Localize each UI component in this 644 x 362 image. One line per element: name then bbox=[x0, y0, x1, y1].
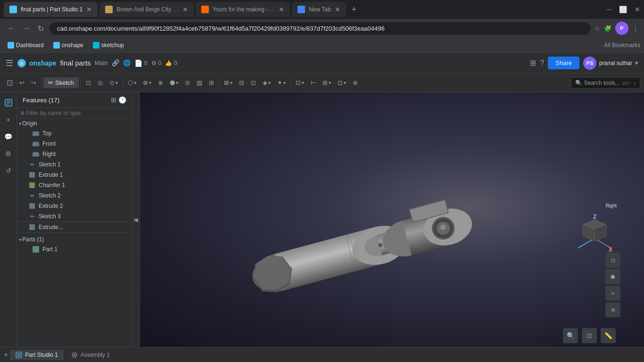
extrude-btn[interactable]: ⬡▾ bbox=[125, 77, 139, 88]
tab-final-parts[interactable]: final parts | Part Studio 1 ✕ bbox=[4, 2, 98, 17]
feature-sketch3[interactable]: ✏ Sketch 3 bbox=[17, 211, 132, 222]
panel-clock-icon[interactable]: 🕐 bbox=[118, 96, 126, 104]
zoom-icon[interactable]: 🔍 bbox=[563, 328, 578, 343]
star-icon[interactable]: ☆ bbox=[594, 25, 600, 32]
feature-sketch1[interactable]: ✏ Sketch 1 bbox=[17, 159, 132, 170]
share-button[interactable]: Share bbox=[548, 57, 579, 69]
feature-front[interactable]: Front bbox=[17, 139, 132, 149]
fillet-btn[interactable]: ⊙▾ bbox=[107, 77, 121, 88]
feature-part1[interactable]: Part 1 bbox=[17, 244, 132, 255]
ruler-icon[interactable]: 📏 bbox=[601, 328, 616, 343]
feature-right[interactable]: Right bbox=[17, 149, 132, 159]
comment-icon[interactable]: 💬 bbox=[2, 130, 15, 143]
nav-cube[interactable]: Z X Right bbox=[569, 201, 620, 253]
section-view-button[interactable]: ⬣ bbox=[605, 269, 620, 284]
target-btn[interactable]: ⊕ bbox=[350, 77, 361, 88]
panel-grid-icon[interactable]: ⊞ bbox=[111, 96, 116, 104]
link-icon[interactable]: 🔗 bbox=[112, 59, 119, 66]
search-tools[interactable]: 🔍 Search tools... alt/~ c bbox=[571, 77, 640, 89]
toolbar-left-panel-toggle[interactable]: ⊡ bbox=[4, 76, 16, 89]
close-button[interactable]: ✕ bbox=[635, 6, 640, 13]
section-icon[interactable]: ⊡ bbox=[582, 328, 597, 343]
sketch-button[interactable]: ✏ Sketch bbox=[43, 77, 79, 88]
bookmarks-all-label[interactable]: All Bookmarks bbox=[604, 42, 640, 49]
tab-part-studio-1[interactable]: Part Studio 1 bbox=[10, 350, 63, 360]
assembly-icon[interactable]: ⚙ bbox=[2, 147, 15, 160]
bookmark-onshape[interactable]: onshape bbox=[50, 40, 87, 50]
tab-yours[interactable]: Yours for the making - Instruct... ✕ bbox=[196, 2, 290, 17]
bookmark-dashboard[interactable]: Dashboard bbox=[4, 40, 48, 50]
tab-close-2[interactable]: ✕ bbox=[182, 6, 188, 13]
tab-brown[interactable]: Brown And Beige City Tour Tra... ✕ bbox=[99, 2, 194, 17]
tab-close-1[interactable]: ✕ bbox=[86, 6, 92, 13]
grid-icon[interactable]: ⊞ bbox=[530, 58, 536, 67]
pending-count: ⚙ 0 bbox=[151, 60, 162, 66]
hamburger-menu[interactable]: ☰ bbox=[6, 58, 13, 68]
forward-button[interactable]: → bbox=[21, 22, 32, 34]
named-views-btn[interactable]: ⊢ bbox=[308, 77, 319, 88]
tab-assembly-1[interactable]: Assembly 1 bbox=[66, 350, 116, 360]
filter-input[interactable] bbox=[26, 110, 128, 116]
boolean-btn[interactable]: ▧ bbox=[194, 77, 205, 88]
more-btn[interactable]: ⊡▾ bbox=[335, 77, 349, 88]
loft-btn[interactable]: ⊕ bbox=[155, 77, 166, 88]
feature-chamfer1[interactable]: Chamfer 1 bbox=[17, 180, 132, 190]
construct-btn[interactable]: ⊡ bbox=[83, 77, 94, 88]
layout-btn[interactable]: ⊞▾ bbox=[320, 77, 334, 88]
revolve-btn[interactable]: ⊗▾ bbox=[140, 77, 154, 88]
bookmark-favicon-dashboard bbox=[8, 42, 14, 49]
add-tab-button[interactable]: + bbox=[4, 351, 8, 359]
bookmark-sketchup[interactable]: sketchup bbox=[89, 40, 128, 50]
shell-btn[interactable]: ◎ bbox=[95, 77, 106, 88]
filter-row: ≡ bbox=[17, 108, 132, 119]
feature-extrude3[interactable]: Extrude... bbox=[17, 222, 132, 232]
extensions-icon[interactable]: 🧩 bbox=[604, 25, 611, 32]
features-icon[interactable] bbox=[2, 96, 15, 109]
surface-btn[interactable]: ⬣▾ bbox=[167, 77, 181, 88]
feature-extrude2[interactable]: Extrude 2 bbox=[17, 201, 132, 211]
parts-group-header[interactable]: ▾ Parts (1) bbox=[17, 235, 132, 244]
collapse-handle[interactable]: ◀ ☰ bbox=[132, 92, 140, 347]
tab-close-4[interactable]: ✕ bbox=[335, 6, 340, 13]
tab-close-3[interactable]: ✕ bbox=[279, 6, 284, 13]
reload-button[interactable]: ↻ bbox=[36, 22, 46, 35]
display-states-btn[interactable]: ⊡▾ bbox=[293, 77, 307, 88]
appearance-btn[interactable]: ◈▾ bbox=[260, 77, 273, 88]
likes-count: 👍 0 bbox=[165, 60, 177, 66]
reset-view-button[interactable]: ⊡ bbox=[605, 253, 620, 268]
search-tools-label: Search tools... bbox=[584, 80, 620, 86]
parts-icon[interactable]: + bbox=[2, 113, 15, 126]
tab-newtab[interactable]: New Tab ✕ bbox=[292, 2, 346, 17]
undo-button[interactable]: ↩ bbox=[17, 77, 27, 88]
help-icon[interactable]: ? bbox=[540, 59, 544, 67]
part-studio-icon bbox=[16, 352, 22, 358]
address-input[interactable] bbox=[50, 22, 591, 35]
back-button[interactable]: ← bbox=[6, 22, 17, 34]
feature-sketch2[interactable]: ✏ Sketch 2 bbox=[17, 190, 132, 201]
side-icons: + 💬 ⚙ ↺ bbox=[0, 92, 17, 347]
transform-btn[interactable]: ⊞ bbox=[206, 77, 217, 88]
redo-button[interactable]: ↪ bbox=[28, 77, 39, 88]
measure-btn[interactable]: ⊡ bbox=[248, 77, 259, 88]
part-view-button[interactable]: ⊕ bbox=[605, 302, 620, 317]
minimize-button[interactable]: ─ bbox=[607, 6, 611, 13]
mate-btn[interactable]: ✦▾ bbox=[274, 77, 289, 88]
new-tab-button[interactable]: + bbox=[348, 3, 361, 16]
feature-origin-header[interactable]: ▾ Origin bbox=[17, 119, 132, 128]
sweep-btn[interactable]: ⊘ bbox=[182, 77, 193, 88]
feature-top[interactable]: Top bbox=[17, 128, 132, 139]
menu-icon[interactable]: ⋮ bbox=[632, 25, 638, 32]
history-icon[interactable]: ↺ bbox=[2, 164, 15, 177]
globe-icon[interactable]: 🌐 bbox=[123, 59, 131, 66]
measure-view-button[interactable]: ≡ bbox=[605, 286, 620, 301]
features-svg-icon bbox=[4, 99, 13, 107]
section-btn[interactable]: ⊟ bbox=[236, 77, 247, 88]
maximize-button[interactable]: ⬜ bbox=[619, 6, 627, 13]
sep3 bbox=[123, 77, 123, 89]
browser-chrome: final parts | Part Studio 1 ✕ Brown And … bbox=[0, 0, 644, 53]
view-btn[interactable]: ⊠▾ bbox=[221, 77, 235, 88]
feature-extrude1[interactable]: Extrude 1 bbox=[17, 170, 132, 180]
viewport[interactable]: Z X Right ⊡ ⬣ ≡ ⊕ bbox=[140, 92, 644, 347]
profile-button[interactable]: P bbox=[615, 22, 628, 35]
user-dropdown-icon[interactable]: ▾ bbox=[635, 59, 638, 66]
